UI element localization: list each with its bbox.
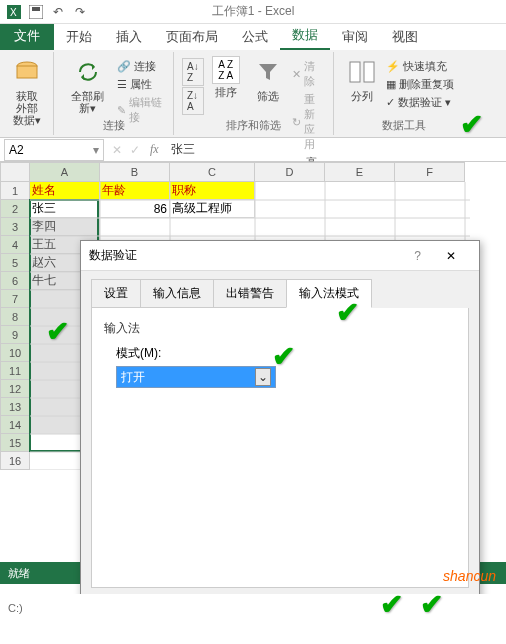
tab-error-alert[interactable]: 出错警告 bbox=[213, 279, 287, 308]
fx-icon[interactable]: fx bbox=[144, 142, 165, 157]
row-8[interactable]: 8 bbox=[0, 308, 30, 326]
ime-section-label: 输入法 bbox=[104, 320, 456, 337]
data-tools-group-label: 数据工具 bbox=[334, 118, 474, 133]
tab-input-message[interactable]: 输入信息 bbox=[140, 279, 214, 308]
row-13[interactable]: 13 bbox=[0, 398, 30, 416]
col-D[interactable]: D bbox=[255, 162, 325, 182]
chevron-down-icon[interactable]: ▾ bbox=[93, 143, 99, 157]
clear-icon: ✕ bbox=[292, 68, 301, 81]
mode-select[interactable]: 打开 ⌄ bbox=[116, 366, 276, 388]
enter-formula-icon[interactable]: ✓ bbox=[126, 143, 144, 157]
row-12[interactable]: 12 bbox=[0, 380, 30, 398]
row-9[interactable]: 9 bbox=[0, 326, 30, 344]
app-title: 工作簿1 - Excel bbox=[212, 3, 295, 20]
refresh-all-button[interactable]: 全部刷新▾ bbox=[60, 54, 115, 126]
flash-fill-button[interactable]: ⚡快速填充 bbox=[384, 58, 456, 75]
text-to-columns-button[interactable]: 分列 bbox=[340, 54, 384, 111]
row-4[interactable]: 4 bbox=[0, 236, 30, 254]
name-box[interactable]: A2▾ bbox=[4, 139, 104, 161]
clear-filter-button[interactable]: ✕清除 bbox=[290, 58, 327, 90]
select-all-corner[interactable] bbox=[0, 162, 30, 182]
svg-rect-3 bbox=[32, 7, 40, 11]
edit-icon: ✎ bbox=[117, 104, 126, 117]
row-10[interactable]: 10 bbox=[0, 344, 30, 362]
svg-text:X: X bbox=[10, 7, 17, 18]
cell-A2[interactable]: 张三 bbox=[30, 200, 100, 218]
col-B[interactable]: B bbox=[100, 162, 170, 182]
col-E[interactable]: E bbox=[325, 162, 395, 182]
sort-za-button[interactable]: Z↓A bbox=[182, 87, 204, 115]
dialog-body: 输入法 模式(M): 打开 ⌄ bbox=[91, 308, 469, 588]
cell-B2[interactable]: 86 bbox=[100, 200, 170, 218]
sort-filter-group-label: 排序和筛选 bbox=[174, 118, 333, 133]
footer-text: C:) bbox=[8, 602, 498, 614]
remove-duplicates-button[interactable]: ▦删除重复项 bbox=[384, 76, 456, 93]
properties-button[interactable]: ☰属性 bbox=[115, 76, 167, 93]
cancel-formula-icon[interactable]: ✕ bbox=[108, 143, 126, 157]
tab-file[interactable]: 文件 bbox=[0, 22, 54, 50]
row-16[interactable]: 16 bbox=[0, 452, 30, 470]
dup-icon: ▦ bbox=[386, 78, 396, 91]
get-data-label: 获取 外部数据▾ bbox=[12, 90, 41, 126]
svg-rect-6 bbox=[350, 62, 360, 82]
watermark: shancun bbox=[443, 568, 496, 584]
data-validation-button[interactable]: ✓数据验证 ▾ bbox=[384, 94, 456, 111]
dialog-titlebar[interactable]: 数据验证 ? ✕ bbox=[81, 241, 479, 271]
quick-access-toolbar: X ↶ ↷ bbox=[4, 2, 90, 22]
row-6[interactable]: 6 bbox=[0, 272, 30, 290]
validation-icon: ✓ bbox=[386, 96, 395, 109]
tab-ime-mode[interactable]: 输入法模式 bbox=[286, 279, 372, 308]
cell-C1[interactable]: 职称 bbox=[170, 182, 255, 200]
row-1[interactable]: 1 bbox=[0, 182, 30, 200]
svg-rect-7 bbox=[364, 62, 374, 82]
get-external-data-button[interactable]: 获取 外部数据▾ bbox=[6, 54, 47, 128]
ribbon: 获取 外部数据▾ 全部刷新▾ 🔗连接 ☰属性 ✎编辑链接 连接 A↓Z Z↓A … bbox=[0, 50, 506, 138]
help-button[interactable]: ? bbox=[414, 249, 421, 263]
mode-label: 模式(M): bbox=[116, 345, 456, 362]
row-14[interactable]: 14 bbox=[0, 416, 30, 434]
props-icon: ☰ bbox=[117, 78, 127, 91]
database-icon bbox=[11, 56, 43, 88]
cell-A1[interactable]: 姓名 bbox=[30, 182, 100, 200]
tab-data[interactable]: 数据 bbox=[280, 22, 330, 50]
link-icon: 🔗 bbox=[117, 60, 131, 73]
columns-icon bbox=[346, 56, 378, 88]
row-7[interactable]: 7 bbox=[0, 290, 30, 308]
close-button[interactable]: ✕ bbox=[431, 249, 471, 263]
tab-layout[interactable]: 页面布局 bbox=[154, 24, 230, 50]
col-C[interactable]: C bbox=[170, 162, 255, 182]
sort-icon: A ZZ A bbox=[212, 56, 240, 84]
row-11[interactable]: 11 bbox=[0, 362, 30, 380]
tab-settings[interactable]: 设置 bbox=[91, 279, 141, 308]
refresh-label: 全部刷新▾ bbox=[66, 90, 109, 114]
cell-B1[interactable]: 年龄 bbox=[100, 182, 170, 200]
mode-value: 打开 bbox=[121, 369, 145, 386]
tab-home[interactable]: 开始 bbox=[54, 24, 104, 50]
cell-C2[interactable]: 高级工程师 bbox=[170, 200, 255, 218]
tab-insert[interactable]: 插入 bbox=[104, 24, 154, 50]
tab-review[interactable]: 审阅 bbox=[330, 24, 380, 50]
excel-icon[interactable]: X bbox=[4, 2, 24, 22]
chevron-down-icon[interactable]: ⌄ bbox=[255, 368, 271, 386]
filter-icon bbox=[252, 56, 284, 88]
save-icon[interactable] bbox=[26, 2, 46, 22]
dialog-tabs: 设置 输入信息 出错警告 输入法模式 bbox=[81, 271, 479, 308]
row-3[interactable]: 3 bbox=[0, 218, 30, 236]
col-A[interactable]: A bbox=[30, 162, 100, 182]
tab-view[interactable]: 视图 bbox=[380, 24, 430, 50]
titlebar: X ↶ ↷ 工作簿1 - Excel bbox=[0, 0, 506, 24]
row-5[interactable]: 5 bbox=[0, 254, 30, 272]
col-F[interactable]: F bbox=[395, 162, 465, 182]
sort-az-button[interactable]: A↓Z bbox=[182, 58, 204, 86]
ribbon-tabs: 文件 开始 插入 页面布局 公式 数据 审阅 视图 bbox=[0, 24, 506, 50]
redo-icon[interactable]: ↷ bbox=[70, 2, 90, 22]
undo-icon[interactable]: ↶ bbox=[48, 2, 68, 22]
row-15[interactable]: 15 bbox=[0, 434, 30, 452]
row-headers: 1 2 3 4 5 6 7 8 9 10 11 12 13 14 15 16 bbox=[0, 182, 30, 470]
refresh-icon bbox=[72, 56, 104, 88]
tab-formulas[interactable]: 公式 bbox=[230, 24, 280, 50]
svg-rect-5 bbox=[17, 66, 37, 78]
connections-button[interactable]: 🔗连接 bbox=[115, 58, 167, 75]
connections-group-label: 连接 bbox=[54, 118, 173, 133]
row-2[interactable]: 2 bbox=[0, 200, 30, 218]
